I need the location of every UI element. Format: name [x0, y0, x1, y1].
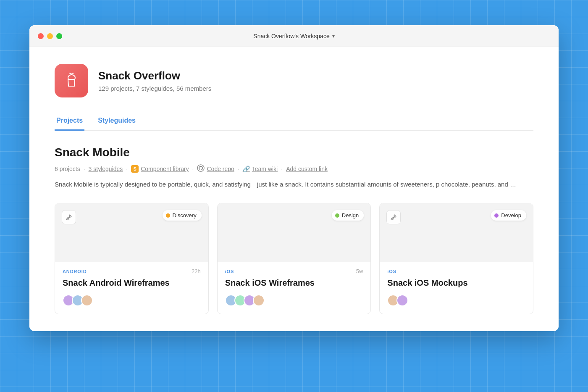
unpin-icon: [390, 214, 397, 221]
status-label-1: Discovery: [173, 212, 197, 218]
status-badge-1: Discovery: [163, 210, 202, 221]
separator-3: ·: [192, 166, 194, 172]
chef-hat-icon: [62, 71, 81, 90]
component-library-link[interactable]: S Component library: [131, 165, 189, 173]
avatar: [81, 295, 93, 306]
tab-styleguides[interactable]: Styleguides: [96, 113, 137, 131]
card-preview-3: Develop: [380, 203, 533, 262]
github-icon: [197, 164, 205, 174]
card-platform-3: iOS: [387, 269, 396, 274]
chevron-down-icon: ▾: [332, 33, 335, 39]
card-body-1: ANDROID 22h Snack Android Wireframes: [55, 262, 208, 314]
project-card[interactable]: Design iOS 5w Snack iOS Wireframes: [217, 203, 371, 314]
avatar: [396, 295, 408, 306]
card-platform-1: ANDROID: [63, 269, 87, 274]
close-button[interactable]: [38, 33, 44, 39]
code-repo-link[interactable]: Code repo: [197, 164, 234, 174]
team-wiki-link[interactable]: 🔗 Team wiki: [243, 166, 278, 172]
project-card[interactable]: Develop iOS Snack iOS Mockups: [379, 203, 533, 314]
separator-2: ·: [126, 166, 128, 172]
workspace-selector[interactable]: Snack Overflow's Workspace ▾: [253, 33, 334, 39]
card-time-2: 5w: [356, 268, 363, 274]
maximize-button[interactable]: [56, 33, 62, 39]
card-preview-1: Discovery: [55, 203, 208, 262]
separator-5: ·: [281, 166, 283, 172]
org-stats: 129 projects, 7 styleguides, 56 members: [98, 85, 211, 92]
window-controls: [38, 33, 62, 39]
status-label-2: Design: [342, 212, 359, 218]
card-body-2: iOS 5w Snack iOS Wireframes: [218, 262, 371, 314]
projects-grid: Discovery ANDROID 22h Snack Android Wire…: [55, 203, 533, 314]
card-platform-2: iOS: [225, 269, 234, 274]
main-content: Snack Overflow 129 projects, 7 styleguid…: [29, 47, 559, 331]
team-styleguides-link[interactable]: 3 styleguides: [89, 166, 123, 172]
card-avatars-1: [63, 295, 201, 306]
link-icon: 🔗: [243, 166, 250, 172]
card-preview-2: Design: [218, 203, 371, 262]
tabs-nav: Projects Styleguides: [55, 113, 533, 131]
unpin-button[interactable]: [386, 210, 401, 224]
status-dot-2: [335, 213, 339, 218]
card-title-2: Snack iOS Wireframes: [225, 278, 363, 288]
status-dot-1: [166, 213, 170, 218]
separator-1: ·: [84, 166, 85, 172]
card-avatars-3: [387, 295, 525, 306]
card-time-1: 22h: [192, 268, 201, 274]
titlebar: Snack Overflow's Workspace ▾: [29, 25, 559, 47]
org-info: Snack Overflow 129 projects, 7 styleguid…: [98, 69, 211, 92]
status-label-3: Develop: [501, 212, 521, 218]
org-name: Snack Overflow: [98, 69, 211, 82]
app-window: Snack Overflow's Workspace ▾ Snack Overf…: [29, 25, 559, 331]
card-title-1: Snack Android Wireframes: [63, 278, 201, 288]
org-logo: [55, 64, 88, 97]
zeplin-icon: S: [131, 165, 139, 173]
card-title-3: Snack iOS Mockups: [387, 278, 525, 288]
org-header: Snack Overflow 129 projects, 7 styleguid…: [55, 64, 533, 97]
tab-projects[interactable]: Projects: [55, 113, 84, 131]
project-card[interactable]: Discovery ANDROID 22h Snack Android Wire…: [55, 203, 209, 314]
unpin-button[interactable]: [62, 210, 76, 224]
unpin-icon: [66, 214, 72, 221]
team-description: Snack Mobile is typically designed to be…: [55, 179, 517, 189]
add-custom-link-button[interactable]: Add custom link: [286, 166, 328, 172]
status-badge-3: Develop: [491, 210, 526, 221]
workspace-label: Snack Overflow's Workspace: [253, 33, 329, 39]
team-meta: 6 projects · 3 styleguides · S Component…: [55, 164, 533, 174]
card-avatars-2: [225, 295, 363, 306]
team-projects-count: 6 projects: [55, 166, 80, 172]
separator-4: ·: [238, 166, 239, 172]
svg-point-0: [197, 165, 204, 171]
status-dot-3: [494, 213, 499, 218]
minimize-button[interactable]: [47, 33, 53, 39]
team-section: Snack Mobile 6 projects · 3 styleguides …: [55, 146, 533, 189]
card-body-3: iOS Snack iOS Mockups: [380, 262, 533, 314]
team-title: Snack Mobile: [55, 146, 533, 159]
avatar: [253, 295, 265, 306]
status-badge-2: Design: [332, 210, 364, 221]
